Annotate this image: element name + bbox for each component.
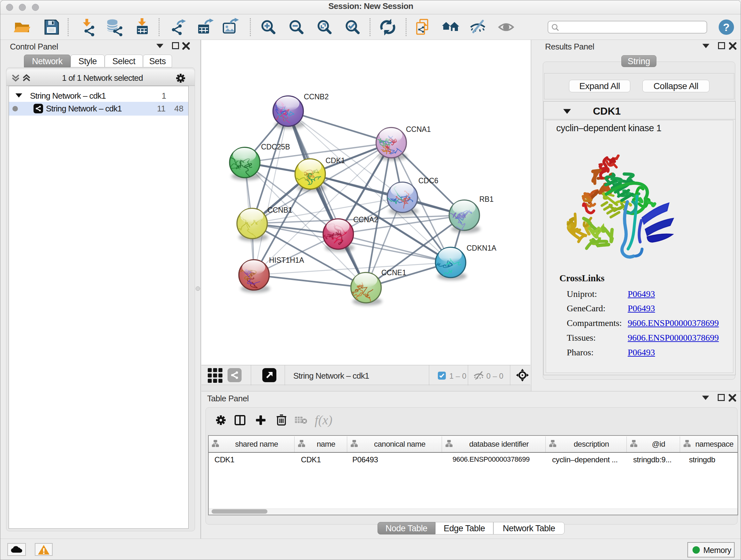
svg-text:CCNE1: CCNE1	[381, 268, 406, 277]
svg-text:CDC6: CDC6	[418, 177, 439, 185]
svg-text:CDK1: CDK1	[326, 157, 345, 165]
svg-text:CCNB2: CCNB2	[304, 92, 329, 101]
svg-text:CDKN1A: CDKN1A	[467, 244, 496, 252]
svg-text:CCNB1: CCNB1	[267, 206, 292, 214]
svg-text:CDC25B: CDC25B	[261, 143, 290, 151]
svg-text:CCNA2: CCNA2	[353, 215, 378, 224]
svg-text:RB1: RB1	[479, 195, 494, 203]
svg-text:HIST1H1A: HIST1H1A	[269, 256, 305, 264]
svg-text:CCNA1: CCNA1	[406, 125, 431, 133]
